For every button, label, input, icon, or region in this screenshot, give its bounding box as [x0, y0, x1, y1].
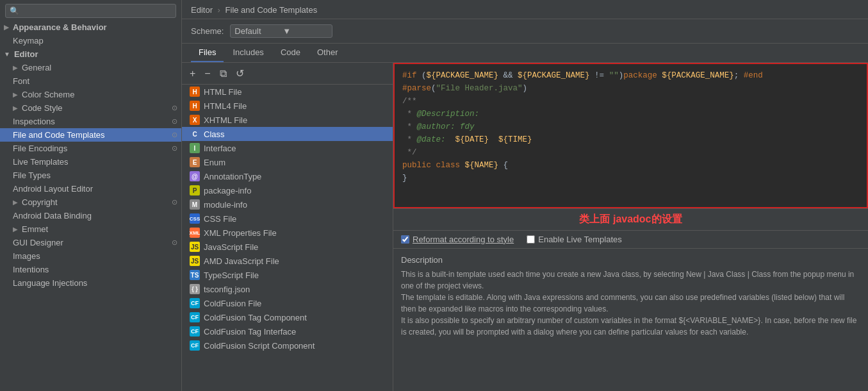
sidebar-item-live-templates[interactable]: Live Templates	[0, 155, 181, 169]
sidebar-item-appearance[interactable]: ▶Appearance & Behavior	[0, 21, 181, 34]
list-item[interactable]: IInterface	[182, 141, 393, 155]
code-token: &&	[498, 71, 518, 80]
list-item[interactable]: CFColdFusion File	[182, 296, 393, 310]
file-toolbar: + − ⧉ ↺	[182, 63, 393, 85]
arrow-icon: ▶	[13, 226, 18, 233]
code-token: *	[402, 110, 417, 119]
tab-files[interactable]: Files	[191, 44, 224, 62]
list-item[interactable]: CClass	[182, 127, 393, 141]
code-line: */	[402, 146, 859, 159]
sidebar-item-label: Android Layout Editor	[13, 184, 93, 194]
sidebar-item-images[interactable]: Images	[0, 249, 181, 263]
sidebar-item-label: Live Templates	[13, 157, 68, 167]
list-item[interactable]: TSTypeScript File	[182, 268, 393, 282]
list-item[interactable]: CFColdFusion Tag Interface	[182, 324, 393, 338]
remove-template-button[interactable]: −	[202, 67, 213, 81]
reset-template-button[interactable]: ↺	[233, 66, 247, 81]
sidebar-item-file-encodings[interactable]: File Encodings⊙	[0, 142, 181, 155]
code-line: /**	[402, 95, 859, 108]
description-title: Description	[401, 254, 860, 267]
file-item-label: module-info	[204, 200, 247, 210]
sidebar-item-inspections[interactable]: Inspections⊙	[0, 115, 181, 128]
list-item[interactable]: { }tsconfig.json	[182, 282, 393, 296]
list-item[interactable]: JSJavaScript File	[182, 240, 393, 254]
file-type-icon: JS	[190, 242, 200, 252]
code-token: #parse	[402, 84, 431, 93]
file-type-icon: H	[190, 101, 200, 111]
file-item-label: package-info	[204, 186, 251, 196]
code-token: *	[402, 122, 417, 131]
arrow-icon: ▶	[13, 199, 18, 206]
add-template-button[interactable]: +	[187, 67, 198, 81]
sidebar-item-language-injections[interactable]: Language Injections	[0, 276, 181, 290]
code-editor[interactable]: #if (${PACKAGE_NAME} && ${PACKAGE_NAME} …	[393, 63, 868, 208]
breadcrumb-path: Editor	[191, 5, 213, 15]
file-type-icon: @	[190, 171, 200, 181]
live-templates-checkbox[interactable]	[527, 235, 535, 244]
tabs-row: FilesIncludesCodeOther	[182, 44, 868, 63]
file-type-icon: CF	[190, 312, 200, 322]
arrow-icon: ▶	[4, 24, 9, 31]
file-type-icon: P	[190, 185, 200, 196]
sidebar-item-code-style[interactable]: ▶Code Style⊙	[0, 101, 181, 115]
tab-other[interactable]: Other	[309, 44, 346, 62]
sidebar-item-android-data-binding[interactable]: Android Data Binding	[0, 209, 181, 222]
sidebar-item-editor[interactable]: ▼Editor	[0, 47, 181, 61]
list-item[interactable]: Ppackage-info	[182, 183, 393, 197]
list-item[interactable]: EEnum	[182, 155, 393, 169]
sidebar-item-file-and-code-templates[interactable]: File and Code Templates⊙	[0, 128, 181, 142]
live-templates-label: Enable Live Templates	[538, 235, 622, 244]
live-templates-checkbox-label[interactable]: Enable Live Templates	[527, 235, 622, 244]
file-item-label: ColdFusion Tag Component	[204, 313, 307, 322]
sidebar: ▶Appearance & BehaviorKeymap▼Editor▶Gene…	[0, 0, 182, 391]
list-item[interactable]: HHTML File	[182, 85, 393, 99]
scheme-dropdown[interactable]: Default ▼	[230, 24, 332, 38]
code-line: * @Description:	[402, 108, 859, 121]
sidebar-item-label: Language Injections	[13, 278, 87, 288]
search-input[interactable]	[5, 4, 176, 18]
sidebar-item-android-layout-editor[interactable]: Android Layout Editor	[0, 182, 181, 196]
sidebar-item-label: Images	[13, 251, 40, 261]
reformat-checkbox-label[interactable]: Reformat according to style	[401, 235, 514, 244]
sidebar-item-file-types[interactable]: File Types	[0, 169, 181, 182]
file-type-icon: JS	[190, 256, 200, 266]
tab-includes[interactable]: Includes	[225, 44, 271, 62]
sidebar-item-keymap[interactable]: Keymap	[0, 34, 181, 47]
code-line: public class ${NAME} {	[402, 159, 859, 172]
list-item[interactable]: Mmodule-info	[182, 197, 393, 212]
reformat-checkbox[interactable]	[401, 235, 409, 244]
sidebar-item-copyright[interactable]: ▶Copyright⊙	[0, 196, 181, 209]
file-item-label: CSS File	[204, 214, 236, 224]
scheme-value: Default	[234, 26, 280, 36]
editor-panel: #if (${PACKAGE_NAME} && ${PACKAGE_NAME} …	[393, 63, 868, 391]
sidebar-item-label: Font	[13, 76, 29, 86]
copy-template-button[interactable]: ⧉	[217, 67, 229, 81]
file-item-label: ColdFusion Script Component	[204, 341, 315, 351]
breadcrumb-current: File and Code Templates	[225, 5, 318, 15]
arrow-icon: ▼	[4, 51, 10, 58]
arrow-icon: ▶	[13, 104, 18, 112]
sidebar-item-gui-designer[interactable]: GUI Designer⊙	[0, 236, 181, 249]
list-item[interactable]: JSAMD JavaScript File	[182, 254, 393, 268]
file-type-icon: C	[190, 129, 200, 139]
list-item[interactable]: CSSCSS File	[182, 212, 393, 226]
sidebar-item-label: Color Scheme	[22, 90, 74, 99]
sidebar-item-color-scheme[interactable]: ▶Color Scheme	[0, 88, 181, 101]
reformat-label: Reformat according to style	[413, 235, 514, 244]
sidebar-item-general[interactable]: ▶General	[0, 61, 181, 74]
sidebar-item-intentions[interactable]: Intentions	[0, 263, 181, 276]
list-item[interactable]: CFColdFusion Tag Component	[182, 310, 393, 324]
sidebar-item-emmet[interactable]: ▶Emmet	[0, 222, 181, 236]
file-item-label: JavaScript File	[204, 242, 258, 252]
list-item[interactable]: XMLXML Properties File	[182, 226, 393, 240]
sidebar-item-font[interactable]: Font	[0, 74, 181, 88]
code-line: #parse("File Header.java")	[402, 82, 859, 95]
tab-code[interactable]: Code	[273, 44, 308, 62]
list-item[interactable]: @AnnotationType	[182, 169, 393, 183]
list-item[interactable]: CFColdFusion Script Component	[182, 338, 393, 353]
list-item[interactable]: XXHTML File	[182, 113, 393, 127]
breadcrumb-separator: ›	[218, 5, 220, 15]
list-item[interactable]: HHTML4 File	[182, 99, 393, 113]
arrow-icon: ▶	[13, 91, 18, 98]
code-token: @author:	[417, 122, 455, 131]
